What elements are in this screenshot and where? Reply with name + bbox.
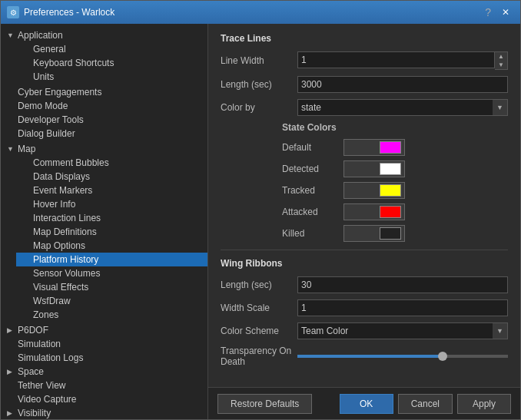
trace-lines-title: Trace Lines xyxy=(221,33,508,44)
wr-color-scheme-dropdown[interactable]: Team Color State Colors None xyxy=(297,322,508,339)
footer-left: Restore Defaults xyxy=(217,394,340,414)
sidebar-item-space[interactable]: ▶ Space xyxy=(1,365,207,379)
sidebar-label-dialog-builder: Dialog Builder xyxy=(18,128,204,139)
sidebar-label-comment-bubbles: Comment Bubbles xyxy=(33,157,204,168)
sidebar-item-interaction-lines[interactable]: Interaction Lines xyxy=(16,211,207,225)
line-width-spin-up[interactable]: ▲ xyxy=(495,52,507,61)
sidebar-label-developer-tools: Developer Tools xyxy=(18,114,204,125)
sidebar-item-video-capture[interactable]: Video Capture xyxy=(1,392,207,406)
cancel-button[interactable]: Cancel xyxy=(398,394,453,414)
section-divider xyxy=(221,250,508,250)
sidebar-item-wsfdraw[interactable]: WsfDraw xyxy=(16,294,207,308)
sidebar-item-map-options[interactable]: Map Options xyxy=(16,239,207,253)
wr-transparency-row: Transparency On Death xyxy=(221,346,508,367)
wr-length-sec-input[interactable] xyxy=(297,276,508,293)
state-colors-title: State Colors xyxy=(221,122,508,133)
sidebar-label-event-markers: Event Markers xyxy=(33,185,204,196)
sidebar-label-space: Space xyxy=(18,366,204,377)
wing-ribbons-title: Wing Ribbons xyxy=(221,258,508,269)
wr-color-scheme-row: Color Scheme Team Color State Colors Non… xyxy=(221,322,508,339)
wr-width-scale-input[interactable] xyxy=(297,299,508,316)
ok-button[interactable]: OK xyxy=(340,394,393,414)
sidebar-label-cyber-engagements: Cyber Engagements xyxy=(18,87,204,98)
trace-lines-section: Trace Lines Line Width ▲ ▼ xyxy=(221,33,508,242)
sidebar-item-sensor-volumes[interactable]: Sensor Volumes xyxy=(16,266,207,280)
color-swatch-btn-attacked[interactable] xyxy=(343,203,405,220)
sidebar-item-platform-history[interactable]: Platform History xyxy=(16,253,207,266)
sidebar-label-demo-mode: Demo Mode xyxy=(18,101,204,111)
sidebar-item-visibility[interactable]: ▶ Visibility xyxy=(1,406,207,419)
sidebar-label-hover-info: Hover Info xyxy=(33,199,204,210)
color-row-attacked: Attacked xyxy=(221,203,508,220)
line-width-spin-down[interactable]: ▼ xyxy=(495,61,507,69)
title-bar: ⚙ Preferences - Warlock ? ✕ xyxy=(1,1,520,24)
sidebar-item-units[interactable]: Units xyxy=(16,70,207,84)
color-label-killed: Killed xyxy=(282,228,343,239)
color-swatch-tracked xyxy=(380,184,401,197)
sidebar-item-cyber-engagements[interactable]: Cyber Engagements xyxy=(1,85,207,99)
sidebar-item-p6dof[interactable]: ▶ P6DOF xyxy=(1,323,207,337)
sidebar-item-event-markers[interactable]: Event Markers xyxy=(16,184,207,197)
color-row-default: Default xyxy=(221,139,508,156)
apply-button[interactable]: Apply xyxy=(457,394,511,414)
sidebar-label-interaction-lines: Interaction Lines xyxy=(33,213,204,223)
sidebar-item-dialog-builder[interactable]: Dialog Builder xyxy=(1,127,207,141)
sidebar-item-data-displays[interactable]: Data Displays xyxy=(16,170,207,184)
color-row-detected: Detected xyxy=(221,160,508,177)
line-width-label: Line Width xyxy=(221,55,297,66)
sidebar-label-map: Map xyxy=(18,144,204,154)
sidebar-item-application[interactable]: ▼ Application General Keyboard Shortcuts… xyxy=(1,27,207,85)
color-row-killed: Killed xyxy=(221,225,508,242)
sidebar-label-simulation-logs: Simulation Logs xyxy=(18,352,204,363)
wr-width-scale-row: Width Scale xyxy=(221,299,508,316)
sidebar-item-map[interactable]: ▼ Map Comment Bubbles Data Displays Even… xyxy=(1,141,207,323)
wr-length-sec-row: Length (sec) xyxy=(221,276,508,293)
color-swatch-btn-killed[interactable] xyxy=(343,225,405,242)
help-button[interactable]: ? xyxy=(485,6,491,18)
footer: Restore Defaults OK Cancel Apply xyxy=(208,387,520,419)
arrow-map: ▼ xyxy=(7,145,18,153)
close-button[interactable]: ✕ xyxy=(497,5,514,19)
sidebar-item-developer-tools[interactable]: Developer Tools xyxy=(1,113,207,127)
content-scroll: Trace Lines Line Width ▲ ▼ xyxy=(208,24,520,387)
sidebar-item-keyboard-shortcuts[interactable]: Keyboard Shortcuts xyxy=(16,56,207,70)
wr-length-sec-label: Length (sec) xyxy=(221,279,297,290)
sidebar-item-visual-effects[interactable]: Visual Effects xyxy=(16,280,207,294)
wr-color-scheme-label: Color Scheme xyxy=(221,326,297,336)
sidebar-label-zones: Zones xyxy=(33,309,204,320)
color-by-row: Color by state platform none ▼ xyxy=(221,99,508,116)
color-swatch-btn-detected[interactable] xyxy=(343,160,405,177)
application-children: General Keyboard Shortcuts Units xyxy=(1,42,207,84)
color-swatch-btn-tracked[interactable] xyxy=(343,182,405,199)
sidebar-label-p6dof: P6DOF xyxy=(18,325,204,336)
sidebar-label-wsfdraw: WsfDraw xyxy=(33,296,204,306)
length-sec-row: Length (sec) xyxy=(221,76,508,93)
color-by-dropdown-wrap: state platform none ▼ xyxy=(297,99,508,116)
sidebar-label-units: Units xyxy=(33,71,204,82)
wr-transparency-slider[interactable] xyxy=(297,355,508,358)
color-swatch-btn-default[interactable] xyxy=(343,139,405,156)
sidebar-item-demo-mode[interactable]: Demo Mode xyxy=(1,99,207,113)
color-swatch-detected xyxy=(380,163,401,175)
sidebar: ▼ Application General Keyboard Shortcuts… xyxy=(1,24,208,419)
sidebar-item-general[interactable]: General xyxy=(16,42,207,56)
restore-defaults-button[interactable]: Restore Defaults xyxy=(217,394,312,414)
sidebar-label-data-displays: Data Displays xyxy=(33,171,204,182)
sidebar-item-tether-view[interactable]: Tether View xyxy=(1,379,207,392)
length-sec-input[interactable] xyxy=(297,76,508,93)
line-width-spin-buttons: ▲ ▼ xyxy=(495,51,508,70)
wr-width-scale-label: Width Scale xyxy=(221,303,297,313)
sidebar-item-zones[interactable]: Zones xyxy=(16,308,207,322)
sidebar-label-keyboard-shortcuts: Keyboard Shortcuts xyxy=(33,58,204,68)
sidebar-item-simulation[interactable]: Simulation xyxy=(1,337,207,351)
sidebar-item-simulation-logs[interactable]: Simulation Logs xyxy=(1,351,207,365)
color-by-dropdown[interactable]: state platform none xyxy=(297,99,508,116)
sidebar-item-hover-info[interactable]: Hover Info xyxy=(16,197,207,211)
line-width-input[interactable] xyxy=(297,51,495,68)
sidebar-label-map-options: Map Options xyxy=(33,240,204,251)
sidebar-item-map-definitions[interactable]: Map Definitions xyxy=(16,225,207,239)
line-width-row: Line Width ▲ ▼ xyxy=(221,51,508,70)
footer-buttons: OK Cancel Apply xyxy=(340,394,511,414)
sidebar-item-comment-bubbles[interactable]: Comment Bubbles xyxy=(16,156,207,170)
sidebar-label-visual-effects: Visual Effects xyxy=(33,282,204,293)
